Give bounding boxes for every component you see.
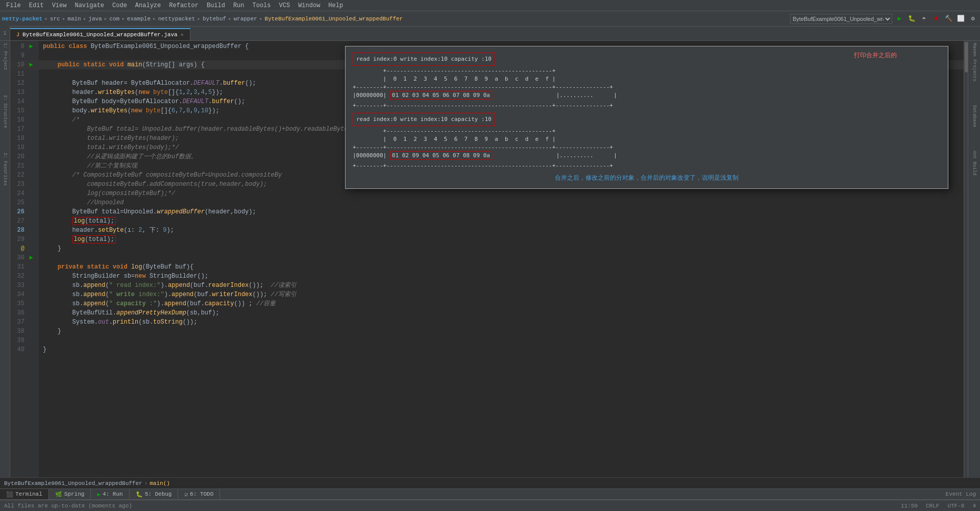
tab-todo[interactable]: ☑ 6: TODO [178,489,220,499]
output-popup: read index:0 write index:10 capacity :10… [345,46,948,189]
ln-13: 13 [10,88,27,97]
project-name[interactable]: netty-packet [2,16,42,22]
line-8: 8 ▶ [10,42,39,51]
menubar: File Edit View Navigate Code Analyze Ref… [0,0,980,11]
ln-15: 15 [10,106,27,115]
tab-filename: ByteBufExample0061_Unpooled_wrappedBuffe… [22,32,178,38]
bottom-tabs: ⬛ Terminal 🌿 Spring ▶ 4: Run 🐛 5: Debug … [0,489,980,500]
tab-close-button[interactable]: ✕ [181,32,184,38]
ln-17: 17 [10,125,27,134]
build-button[interactable]: 🔨 [943,14,953,24]
menu-code[interactable]: Code [108,0,131,11]
coverage-button[interactable]: ☂ [919,14,929,24]
database-label[interactable]: Database [972,105,977,127]
todo-icon: ☑ [184,491,188,498]
bottom-annotation: 合并之后，修改之前的分对象，合并后的对象改变了，说明是浅复制 [353,173,941,182]
code-editor: 8 ▶ 9 10 ▶ 11 [10,41,968,477]
run-gutter-10[interactable]: ▶ [27,60,36,69]
ln-23: 23 [10,180,27,189]
status-indent[interactable]: 4 [972,503,976,509]
tab-terminal[interactable]: ⬛ Terminal [0,489,49,499]
bc-src[interactable]: src [50,16,60,22]
menu-view[interactable]: View [48,0,71,11]
ln-24: 24 [10,189,27,198]
bc-classname[interactable]: ByteBufExample0061_Unpooled_wrappedBuffe… [265,16,403,22]
ln-38: 38 [10,327,27,336]
structure-sidebar-label[interactable]: 2: Structure [3,95,8,128]
ln-25: 25 [10,198,27,207]
tabbar: 1 J ByteBufExample0061_Unpooled_wrappedB… [0,27,980,41]
menu-refactor[interactable]: Refactor [165,0,203,11]
favorites-sidebar-label[interactable]: 2: Favorites [3,153,8,186]
menu-build[interactable]: Build [203,0,229,11]
stop-button[interactable]: ■ [931,14,941,24]
status-charset[interactable]: UTF-8 [947,503,964,509]
maven-projects-label[interactable]: Maven Projects [972,43,977,82]
ln-26: 26 [10,207,27,216]
code-content[interactable]: public class ByteBufExample0061_Unpooled… [39,41,964,477]
menu-navigate[interactable]: Navigate [70,0,108,11]
tab-spring[interactable]: 🌿 Spring [49,489,91,499]
maximize-button[interactable]: ⬜ [955,14,966,24]
toolbar: netty-packet ▸ src ▸ main ▸ java ▸ com ▸… [0,11,980,27]
menu-tools[interactable]: Tools [249,0,275,11]
first-output-header: read index:0 write index:10 capacity :10 [353,53,495,66]
debug-button[interactable]: 🐛 [906,14,917,24]
breadcrumb-arrow: › [144,480,148,486]
ln-9: 9 [10,51,27,60]
menu-edit[interactable]: Edit [25,0,48,11]
ln-34: 34 [10,290,27,299]
second-output-header: read index:0 write index:10 capacity :10 [353,113,495,126]
project-panel-icon[interactable]: 1 [3,31,6,36]
editor-tab-active[interactable]: J ByteBufExample0061_Unpooled_wrappedBuf… [10,28,190,40]
menu-window[interactable]: Window [294,0,324,11]
right-sidebar: Maven Projects Database Ant Build [968,41,980,477]
ln-40: 40 [10,345,27,354]
breadcrumb-class[interactable]: ByteBufExample0061_Unpooled_wrappedBuffe… [4,480,142,486]
bc-example[interactable]: example [127,16,151,22]
ln-29: 29 [10,235,27,244]
tab-debug[interactable]: 🐛 5: Debug [130,489,179,499]
status-crlf[interactable]: CRLF [926,503,939,509]
run-button[interactable]: ▶ [894,14,904,24]
menu-file[interactable]: File [2,0,25,11]
menu-vcs[interactable]: VCS [275,0,295,11]
bc-java[interactable]: java [88,16,102,22]
ln-14: 14 [10,97,27,106]
ln-11: 11 [10,69,27,79]
first-output-line6: +--------+------------------------------… [353,102,941,110]
run-config-select[interactable]: ByteBufExample0061_Unpooled_wrappedBuffe… [790,14,892,24]
first-output-line4: +--------+------------------------------… [353,83,941,91]
ln-18: 18 [10,134,27,143]
breadcrumb-sep1: ▸ [44,15,48,22]
statusbar: All files are up-to-date (moments ago) 1… [0,500,980,511]
second-output-line2: +---------------------------------------… [353,127,941,135]
menu-analyze[interactable]: Analyze [131,0,165,11]
ln-10: 10 [10,60,27,69]
run-gutter-8[interactable]: ▶ [27,42,36,51]
breadcrumb-method[interactable]: main() [150,480,170,486]
bc-nettypacket[interactable]: nettypacket [158,16,195,22]
bc-bytebuf[interactable]: bytebuf [203,16,226,22]
first-output-line2: +---------------------------------------… [353,67,941,75]
event-log-button[interactable]: Event Log [942,491,980,497]
scrollbar-thumb[interactable] [965,42,968,72]
ln-8: 8 [10,42,27,51]
bc-main[interactable]: main [67,16,81,22]
menu-run[interactable]: Run [229,0,249,11]
ln-31: 31 [10,262,27,272]
vertical-scrollbar[interactable] [964,41,968,477]
ln-19: 19 [10,143,27,152]
settings-button[interactable]: ⚙ [968,14,978,24]
ln-16: 16 [10,115,27,125]
ant-build-label[interactable]: Ant Build [972,151,977,176]
run-gutter-30[interactable]: ▶ [27,253,36,262]
ln-35: 35 [10,299,27,308]
menu-help[interactable]: Help [324,0,347,11]
bc-com[interactable]: com [109,16,119,22]
bc-wrapper[interactable]: wrapper [234,16,257,22]
project-sidebar-label[interactable]: 1: Project [3,43,8,70]
tab-run[interactable]: ▶ 4: Run [91,489,129,499]
ln-29b: @ [10,244,27,253]
java-file-icon: J [16,32,19,38]
